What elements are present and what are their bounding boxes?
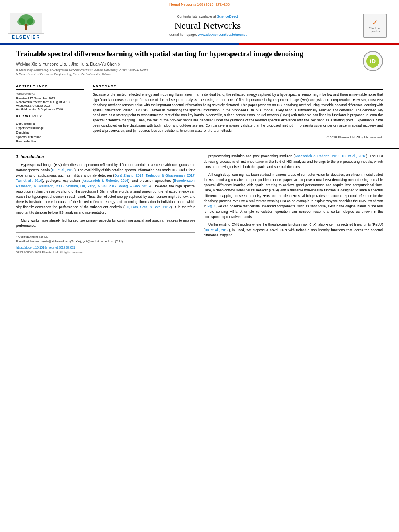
contents-line: Contents lists available at ScienceDirec… <box>177 14 238 18</box>
history-label: Article history: <box>16 92 84 96</box>
accepted-date: Accepted 27 August 2018 <box>16 104 84 107</box>
footnote-area: * Corresponding author. E-mail addresses… <box>16 232 195 255</box>
check-badge-label: Check for updates <box>364 27 386 33</box>
ref-tan[interactable]: Tan et al., 2016 <box>16 179 42 183</box>
abstract-panel: ABSTRACT Because of the limited reflecte… <box>93 84 383 144</box>
revised-date: Received in revised form 8 August 2018 <box>16 100 84 104</box>
keywords-section: Keywords: Deep learning Hyperspectral im… <box>16 114 84 143</box>
paper-section: Trainable spectral difference learning w… <box>0 45 399 80</box>
keyword-2: Hyperspectral image <box>16 126 84 130</box>
svg-text:iD: iD <box>370 58 376 64</box>
ref-sharma[interactable]: Sharma, Liu, Yang, & Shi, 2017 <box>66 184 117 188</box>
ref-taghipour[interactable]: Taghipour & Ghassemian, 2017 <box>146 173 195 177</box>
journal-citation-link[interactable]: Neural Networks 108 (2018) 272–286 <box>169 2 230 6</box>
right-paragraph-2: Although deep learning has been studied … <box>204 172 383 220</box>
homepage-link[interactable]: www.elsevier.com/locate/neunet <box>198 33 247 37</box>
header-left: ELSEVIER <box>8 12 56 39</box>
header-center: Contents lists available at ScienceDirec… <box>60 12 355 39</box>
keywords-heading: Keywords: <box>16 114 84 119</box>
online-date: Available online 5 September 2018 <box>16 107 84 111</box>
copyright-line: © 2018 Elsevier Ltd. All rights reserved… <box>93 136 383 139</box>
body-section: 1. Introduction Hyperspectral image (HSI… <box>0 149 399 259</box>
top-bar: Neural Networks 108 (2018) 272–286 <box>0 0 399 8</box>
right-paragraph-3: Unlike existing CNN models where the thr… <box>204 222 383 238</box>
doi-line: https://doi.org/10.1016/j.neunet.2018.08… <box>16 245 195 250</box>
received-date: Received 17 November 2017 <box>16 97 84 100</box>
paper-authors: Weiying Xie a, Yunsong Li a,*, Jing Hu a… <box>16 62 359 66</box>
svg-point-4 <box>27 18 35 25</box>
right-paragraph-1: preprocessing modules and post processin… <box>204 154 383 170</box>
ref-du-zhang[interactable]: Du & Zhang, 2014 <box>114 173 143 177</box>
article-info-heading: ARTICLE INFO <box>16 84 84 90</box>
keyword-4: Spectral difference <box>16 135 84 139</box>
ref-asadzadeh[interactable]: Asadzadeh & Roberto, 2016 <box>83 179 128 183</box>
elsevier-brand-text: ELSEVIER <box>12 35 40 39</box>
elsevier-logo-image <box>8 12 44 34</box>
svg-point-3 <box>17 18 25 25</box>
svg-rect-2 <box>25 24 27 30</box>
footnote-star: * Corresponding author. <box>16 234 195 239</box>
journal-header: ELSEVIER Contents lists available at Sci… <box>0 8 399 43</box>
ref-asadzadeh2[interactable]: Asadzadeh & Roberto, 2016 <box>295 154 339 158</box>
section1-heading: 1. Introduction <box>16 154 195 160</box>
paper-title: Trainable spectral difference learning w… <box>16 49 359 59</box>
keyword-1: Deep learning <box>16 122 84 125</box>
article-columns: ARTICLE INFO Article history: Received 1… <box>0 80 399 149</box>
check-icon: ✓ <box>372 19 378 26</box>
history-block: Article history: Received 17 November 20… <box>16 92 84 111</box>
intro-paragraph-2: Many works have already highlighted two … <box>16 218 195 228</box>
affiliation-a: a State Key Laboratory of Integrated Ser… <box>16 68 359 72</box>
ref-du2013[interactable]: Du et al., 2013 <box>52 168 74 172</box>
keyword-3: Denoising <box>16 131 84 134</box>
ref-du2013-2[interactable]: Du et al., 2013 <box>342 154 366 158</box>
journal-homepage: journal homepage: www.elsevier.com/locat… <box>169 33 247 37</box>
journal-title: Neural Networks <box>175 20 241 31</box>
ref-du2017[interactable]: Du et al., 2017 <box>205 228 229 232</box>
abstract-text: Because of the limited reflected energy … <box>93 92 383 133</box>
orcid-icon: iD <box>366 54 380 68</box>
elsevier-logo: ELSEVIER <box>8 12 44 39</box>
sciencedirect-link[interactable]: ScienceDirect <box>217 14 238 18</box>
body-column-right: preprocessing modules and post processin… <box>204 154 383 255</box>
ref-wang[interactable]: Wang & Gao, 2015 <box>119 184 150 188</box>
ref-fu[interactable]: Fu, Lam, Sato, & Sato, 2017 <box>125 205 171 209</box>
abstract-heading: ABSTRACT <box>93 84 383 90</box>
body-column-left: 1. Introduction Hyperspectral image (HSI… <box>16 154 195 255</box>
keyword-5: Band selection <box>16 140 84 143</box>
ref-fig1[interactable]: Fig. 1 <box>207 204 216 208</box>
intro-paragraph-1: Hyperspectral image (HSI) describes the … <box>16 162 195 216</box>
affiliation-b: b Department of Electrical Engineering, … <box>16 72 359 76</box>
footnote-email: E-mail addresses: wyxie@xidian.edu.cn (W… <box>16 239 195 244</box>
article-info-panel: ARTICLE INFO Article history: Received 1… <box>16 84 84 144</box>
issn-line: 0893-6080/© 2018 Elsevier Ltd. All right… <box>16 250 195 255</box>
check-updates-badge: ✓ Check for updates <box>363 14 387 38</box>
header-right: ✓ Check for updates <box>359 12 391 39</box>
